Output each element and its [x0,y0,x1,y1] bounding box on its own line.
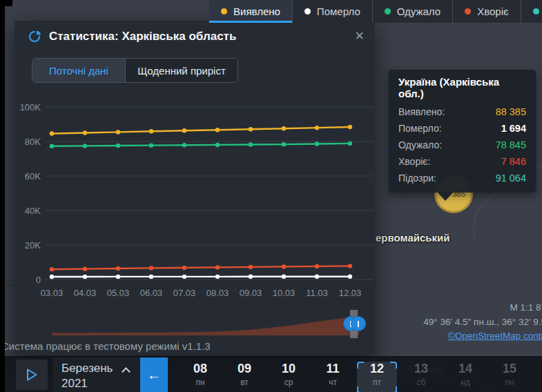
pie-chart-icon [28,30,42,43]
stat-value: 88 385 [496,106,526,117]
day-number: 14 [445,362,485,376]
selection-corner [357,362,364,369]
svg-text:100K: 100K [20,102,41,112]
day-cell-12[interactable]: 12пт [355,359,399,391]
stat-value: 7 846 [501,156,526,167]
day-cell-09[interactable]: 09вт [222,359,267,391]
tooltip-stat-row: Підозри:91 064 [398,170,526,186]
legend-item-померло[interactable]: Померло [292,0,372,23]
day-number: 13 [401,362,441,376]
day-box: 15пн [490,362,530,392]
legend-item-одужало[interactable]: Одужало [372,0,452,23]
stat-value: 78 845 [496,139,526,150]
day-cell-08[interactable]: 08пн [178,359,222,391]
svg-text:20K: 20K [25,240,41,251]
tab-current-data[interactable]: Поточні дані [32,59,125,82]
svg-text:10.03: 10.03 [273,288,296,298]
svg-text:04.03: 04.03 [74,288,97,298]
timeline-mini-area-chart [52,309,359,340]
stat-label: Одужало: [398,139,442,150]
tooltip-stat-row: Виявлено:88 385 [398,104,526,120]
month-selector[interactable]: Березень 2021 [53,357,140,392]
tab-daily-growth[interactable]: Щоденний приріст [125,59,238,82]
app-screen: ервомайський Лозова 88 385 ВиявленоПомер… [0,0,542,392]
timeline-bar: Березень 2021 ← 08пн09вт10ср11чт12пт13сб… [0,356,542,392]
day-cell-13[interactable]: 13сб [399,359,443,391]
osm-attribution-link[interactable]: ©OpenStreetMap contri [448,331,542,341]
day-box: 13сб [401,362,441,392]
day-cell-11[interactable]: 11чт [311,359,355,391]
day-cell-10[interactable]: 10ср [267,359,311,391]
chevron-up-icon [122,367,130,376]
day-of-week: вт [224,378,264,387]
svg-text:05.03: 05.03 [107,288,130,298]
left-arrow-icon: ← [147,367,161,383]
selection-corner [357,386,364,392]
stat-label: Підозри: [398,173,436,184]
svg-text:03.03: 03.03 [41,288,64,298]
selection-corner [390,362,397,369]
day-cell-14[interactable]: 14нд [443,359,487,391]
svg-text:12.03: 12.03 [339,288,362,298]
modal-tabs: Поточні дані Щоденний приріст [32,58,238,83]
day-cell-15[interactable]: 15пн [487,359,532,391]
play-icon [25,368,39,382]
day-of-week: пт [357,378,397,387]
map-coordinates-text: 49° 36' 4.5" пн.ш., 36° 32' 9.5 [423,315,542,330]
svg-text:07.03: 07.03 [173,288,196,298]
day-box: 12пт [357,362,397,392]
legend-bar: ВиявленоПомерлоОдужалоХворієПідо [209,0,542,23]
day-number: 08 [180,362,220,376]
day-box: 09вт [224,362,264,392]
day-of-week: ср [269,378,309,387]
svg-text:80K: 80K [25,137,41,147]
stat-value: 91 064 [496,173,526,184]
legend-dot-icon [221,8,227,14]
stat-label: Померло: [398,123,442,134]
legend-item-виявлено[interactable]: Виявлено [209,0,292,23]
day-of-week: чт [313,378,353,387]
year-label: 2021 [61,377,88,391]
day-number: 15 [490,362,530,376]
top-left-edge [0,0,12,6]
day-of-week: сб [401,378,441,387]
day-of-week: нд [445,378,485,387]
legend-dot-icon [385,8,391,14]
left-edge [0,0,5,392]
legend-item-хворіє[interactable]: Хворіє [452,0,520,23]
legend-dot-icon [533,8,539,14]
svg-text:0: 0 [36,275,41,285]
tooltip-title: Україна (Харківська обл.) [398,76,526,99]
legend-item-підо[interactable]: Підо [521,0,542,23]
map-scale-text: М 1:1 87 [423,301,542,315]
region-stats-tooltip: Україна (Харківська обл.) Виявлено:88 38… [389,70,536,193]
play-button[interactable] [16,360,48,390]
day-strip: 08пн09вт10ср11чт12пт13сб14нд15пн [168,357,542,392]
tooltip-stat-row: Хворіє:7 846 [398,153,526,170]
modal-header: Статистика: Харківська область [14,21,375,52]
day-of-week: пн [490,378,530,387]
close-icon[interactable]: × [355,27,364,45]
tooltip-stat-row: Одужало:78 845 [398,137,526,153]
tooltip-stat-row: Померло:1 694 [398,120,526,137]
legend-label: Одужало [397,6,441,17]
svg-text:09.03: 09.03 [240,288,262,298]
svg-text:08.03: 08.03 [206,288,229,298]
system-status-text: Система працює в тестовому режимі v1.1.3 [1,340,211,352]
map-info-block: М 1:1 87 49° 36' 4.5" пн.ш., 36° 32' 9.5… [423,301,542,344]
range-slider-handle-right[interactable] [351,316,366,331]
legend-label: Хворіє [477,6,508,17]
legend-dot-icon [465,8,471,14]
map-town-label: ервомайський [376,232,449,244]
svg-text:60K: 60K [25,171,41,182]
previous-period-button[interactable]: ← [140,357,168,392]
legend-dot-icon [304,8,311,14]
legend-label: Померло [317,6,360,17]
day-number: 10 [269,362,309,376]
day-box: 14нд [445,362,485,392]
day-box: 08пн [180,362,220,392]
selection-corner [390,386,397,392]
day-box: 11чт [313,362,353,392]
day-box: 10ср [269,362,309,392]
svg-text:40K: 40K [25,206,41,216]
